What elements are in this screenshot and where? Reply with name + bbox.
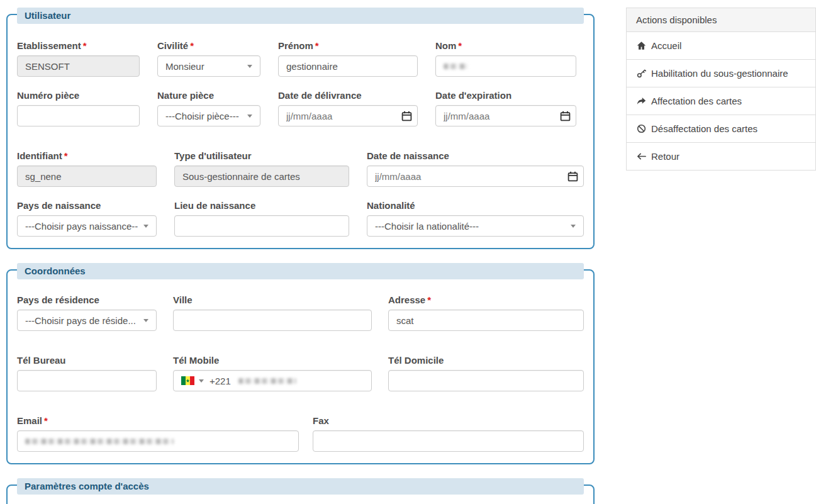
field-label: Identifiant: [17, 150, 62, 161]
home-icon: [636, 41, 646, 51]
forward-arrow-icon: [636, 96, 646, 106]
field-label: Fax: [313, 415, 329, 426]
required-asterisk: *: [64, 150, 68, 161]
field-tel-mobile: Tél Mobile +221: [173, 355, 372, 391]
required-asterisk: *: [315, 40, 319, 51]
ban-icon: [636, 124, 646, 134]
field-adresse: Adresse*: [388, 294, 584, 331]
coordonnees-panel: Coordonnées Pays de résidence ---Choisir…: [6, 269, 595, 464]
key-icon: [636, 69, 646, 79]
action-retour[interactable]: Retour: [626, 143, 816, 171]
action-habilitation[interactable]: Habilitation du sous-gestionnaire: [626, 60, 816, 87]
etablissement-input[interactable]: [17, 55, 140, 77]
selected-value: ---Choisir la nationalité---: [375, 221, 479, 232]
dropdown-caret-icon: [143, 225, 148, 228]
field-label: Adresse: [388, 294, 425, 305]
identifiant-input[interactable]: [17, 165, 157, 187]
action-label: Accueil: [651, 40, 681, 51]
calendar-icon[interactable]: [401, 111, 412, 121]
censored-value: [25, 439, 174, 444]
nature-piece-select[interactable]: ---Choisir pièce---: [157, 105, 260, 126]
adresse-input[interactable]: [388, 310, 584, 331]
date-naissance-text[interactable]: [367, 166, 583, 186]
field-civilite: Civilité* Monsieur: [157, 40, 260, 77]
field-pays-residence: Pays de résidence ---Choisir pays de rés…: [17, 294, 157, 331]
ville-input[interactable]: [173, 310, 372, 331]
dropdown-caret-icon: [247, 115, 252, 118]
calendar-icon[interactable]: [560, 111, 571, 121]
date-expiration-input[interactable]: [435, 105, 576, 126]
main-content: Utilisateur Etablissement* Civilité* Mon…: [6, 0, 595, 504]
field-tel-bureau: Tél Bureau: [17, 355, 157, 391]
field-email: Email*: [17, 415, 299, 452]
lieu-naissance-input[interactable]: [174, 215, 349, 237]
sidebar-header: Actions disponibles: [626, 8, 816, 32]
email-input[interactable]: [17, 430, 299, 452]
field-label: Pays de naissance: [17, 200, 101, 211]
prenom-input[interactable]: [278, 55, 418, 77]
date-naissance-input[interactable]: [367, 165, 584, 187]
field-etablissement: Etablissement*: [17, 40, 140, 77]
field-label: Nature pièce: [157, 90, 214, 101]
field-date-naissance: Date de naissance: [367, 150, 584, 187]
field-nom: Nom*: [435, 40, 576, 77]
action-desaffectation[interactable]: Désaffectation des cartes: [626, 115, 816, 143]
pays-naissance-select[interactable]: ---Choisir pays naissance--: [17, 215, 157, 237]
tel-bureau-input[interactable]: [17, 370, 157, 391]
actions-sidebar: Actions disponibles Accueil Habilitation…: [626, 8, 816, 171]
date-delivrance-text[interactable]: [279, 106, 417, 126]
field-label: Email: [17, 415, 42, 426]
selected-value: ---Choisir pièce---: [165, 111, 239, 121]
field-label: Numéro pièce: [17, 90, 79, 101]
action-label: Habilitation du sous-gestionnaire: [651, 68, 788, 79]
calendar-icon[interactable]: [567, 171, 578, 182]
selected-value: ---Choisir pays de réside...: [25, 315, 136, 326]
nationalite-select[interactable]: ---Choisir la nationalité---: [367, 215, 584, 237]
params-panel: Paramètres compte d'accès: [6, 484, 595, 504]
field-nationalite: Nationalité ---Choisir la nationalité---: [367, 200, 584, 237]
field-label: Date de naissance: [367, 150, 449, 161]
field-pays-naissance: Pays de naissance ---Choisir pays naissa…: [17, 200, 157, 237]
back-arrow-icon: [636, 152, 646, 162]
selected-value: Monsieur: [165, 61, 204, 72]
coordonnees-panel-title: Coordonnées: [17, 263, 584, 279]
dropdown-caret-icon: [571, 225, 576, 228]
field-label: Tél Mobile: [173, 355, 219, 366]
country-selector[interactable]: [181, 376, 204, 385]
censored-value: [444, 64, 467, 69]
field-label: Type d'utilisateur: [174, 150, 251, 161]
date-delivrance-input[interactable]: [278, 105, 418, 126]
fax-input[interactable]: [313, 430, 584, 452]
action-accueil[interactable]: Accueil: [626, 32, 816, 60]
tel-mobile-input[interactable]: +221: [173, 370, 372, 391]
civilite-select[interactable]: Monsieur: [157, 55, 260, 77]
field-ville: Ville: [173, 294, 372, 331]
field-date-delivrance: Date de délivrance: [278, 90, 418, 126]
required-asterisk: *: [458, 40, 462, 51]
field-type-utilisateur: Type d'utilisateur: [174, 150, 349, 187]
senegal-flag-icon: [181, 376, 194, 385]
action-label: Retour: [651, 151, 679, 162]
field-tel-domicile: Tél Domicile: [388, 355, 584, 391]
type-utilisateur-input[interactable]: [174, 165, 349, 187]
selected-value: ---Choisir pays naissance--: [25, 221, 138, 232]
field-label: Nationalité: [367, 200, 415, 211]
field-date-expiration: Date d'expiration: [435, 90, 576, 126]
tel-domicile-input[interactable]: [388, 370, 584, 391]
field-label: Prénom: [278, 40, 313, 51]
field-identifiant: Identifiant*: [17, 150, 157, 187]
field-nature-piece: Nature pièce ---Choisir pièce---: [157, 90, 260, 126]
user-panel: Utilisateur Etablissement* Civilité* Mon…: [6, 14, 595, 249]
numero-piece-input[interactable]: [17, 105, 140, 126]
field-label: Lieu de naissance: [174, 200, 255, 211]
field-label: Ville: [173, 294, 193, 305]
pays-residence-select[interactable]: ---Choisir pays de réside...: [17, 310, 157, 331]
nom-input[interactable]: [435, 55, 576, 77]
dropdown-caret-icon: [143, 319, 148, 322]
action-label: Affectation des cartes: [651, 96, 742, 106]
date-expiration-text[interactable]: [436, 106, 576, 126]
action-affectation[interactable]: Affectation des cartes: [626, 87, 816, 115]
field-label: Etablissement: [17, 40, 81, 51]
field-label: Nom: [435, 40, 456, 51]
field-label: Date d'expiration: [435, 90, 511, 101]
